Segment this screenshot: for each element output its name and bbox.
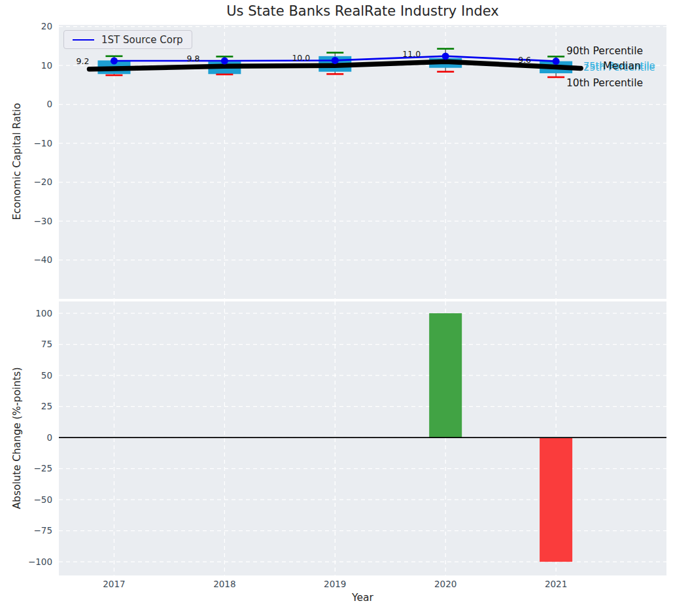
company-point-2021 <box>553 58 560 65</box>
y-tick-label: 75 <box>41 339 52 349</box>
chart-title: Us State Banks RealRate Industry Index <box>59 3 666 19</box>
x-tick-label: 2020 <box>434 579 457 589</box>
x-tick-label: 2017 <box>103 579 125 589</box>
company-point-2020 <box>442 52 449 60</box>
y-tick-label: 20 <box>41 21 52 31</box>
y-tick-label: 0 <box>46 432 52 443</box>
top-y-axis-label: Economic Capital Ratio <box>11 103 23 220</box>
label-median: Median <box>603 60 641 72</box>
legend-line-swatch <box>73 39 94 41</box>
bottom-y-axis-label: Absolute Change (%-points) <box>11 368 23 509</box>
y-tick-label: 0 <box>46 99 52 109</box>
median-annotation-2020: 11.0 <box>402 49 421 59</box>
x-axis-label: Year <box>59 592 666 604</box>
y-tick-label: 50 <box>41 370 52 381</box>
median-annotation-2021: 9.6 <box>518 55 531 65</box>
y-tick-label: −75 <box>34 525 53 536</box>
chart-canvas: 20100−10−20−30−401007550250−25−50−75−100… <box>0 0 673 616</box>
y-tick-label: −25 <box>34 463 53 473</box>
y-tick-label: −50 <box>34 494 53 505</box>
median-annotation-2018: 9.8 <box>186 54 199 63</box>
x-tick-label: 2021 <box>545 579 567 589</box>
x-tick-label: 2019 <box>324 579 346 589</box>
change-bar-2021 <box>540 437 572 562</box>
y-tick-label: −40 <box>34 254 53 265</box>
change-bar-2020 <box>429 313 462 437</box>
y-tick-label: −30 <box>34 216 53 226</box>
y-tick-label: −10 <box>34 138 53 148</box>
company-point-2018 <box>221 58 228 65</box>
company-point-2019 <box>332 57 339 64</box>
y-tick-label: 100 <box>35 308 52 318</box>
median-annotation-2017: 9.2 <box>77 56 90 66</box>
x-tick-label: 2018 <box>213 579 235 589</box>
median-annotation-2019: 10.0 <box>292 53 310 63</box>
legend: 1ST Source Corp <box>63 30 192 49</box>
y-tick-label: 10 <box>41 60 52 71</box>
bottom-axes-background <box>59 301 666 575</box>
label-90th-percentile: 90th Percentile <box>566 45 643 57</box>
y-tick-label: −100 <box>28 556 52 567</box>
company-point-2017 <box>111 58 118 65</box>
label-10th-percentile: 10th Percentile <box>566 77 643 89</box>
y-tick-label: −20 <box>34 177 53 187</box>
legend-label: 1ST Source Corp <box>101 34 183 46</box>
y-tick-label: 25 <box>41 401 52 411</box>
figure: 20100−10−20−30−401007550250−25−50−75−100… <box>0 0 673 616</box>
